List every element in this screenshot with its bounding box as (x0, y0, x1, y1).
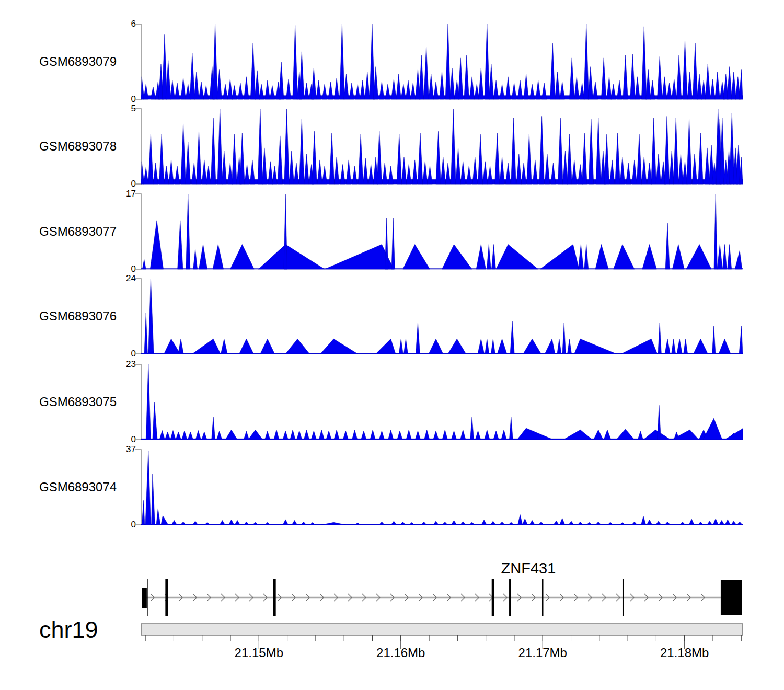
coverage-spike (617, 80, 622, 99)
coverage-spike (222, 151, 227, 184)
coverage-spike (433, 521, 439, 525)
coverage-spike (630, 54, 636, 99)
coverage-spike (665, 522, 670, 525)
coverage-spike (368, 165, 374, 184)
axis-tick-label: 21.17Mb (518, 646, 567, 660)
coverage-spike (396, 74, 401, 99)
coverage-spike (379, 522, 384, 525)
coverage-spike (343, 431, 348, 440)
coverage-spike (472, 157, 478, 184)
coverage-spike (220, 520, 225, 525)
coverage-track-plot (125, 103, 745, 189)
coverage-spike (512, 83, 517, 99)
coverage-spike (490, 521, 495, 525)
coverage-spike (505, 77, 511, 99)
coverage-spike (268, 162, 273, 184)
y-axis-bracket (135, 24, 141, 99)
coverage-spike (735, 250, 742, 269)
coverage-spike (522, 519, 527, 525)
coverage-spike (141, 162, 144, 184)
coverage-spike (595, 245, 608, 269)
coverage-spike (657, 56, 662, 99)
coverage-spike (433, 82, 439, 99)
coverage-spike (401, 157, 407, 184)
coverage-spike (687, 72, 693, 99)
coverage-spike (478, 68, 483, 99)
coverage-spike (240, 133, 245, 184)
coverage-spike (159, 134, 164, 184)
coverage-spike (558, 118, 563, 184)
coverage-spike (326, 431, 331, 440)
coverage-spike (517, 80, 523, 99)
coverage-spike (586, 522, 592, 525)
coverage-spike (707, 521, 712, 525)
coverage-spike (509, 522, 514, 525)
coverage-spike (195, 430, 201, 440)
chromosome-bar (141, 624, 743, 635)
coverage-spike (641, 27, 647, 99)
coverage-spike (152, 474, 155, 525)
coverage-spike (469, 522, 475, 525)
coverage-spike (594, 430, 603, 440)
coverage-spike (460, 162, 466, 184)
track-label: GSM6893078 (39, 139, 117, 154)
coverage-spike (500, 157, 505, 184)
coverage-spike (601, 58, 606, 99)
coverage-spike (178, 339, 183, 354)
coverage-spike (567, 134, 572, 184)
coverage-spike (677, 339, 682, 354)
coverage-spike (684, 339, 688, 354)
coverage-spike (278, 136, 283, 184)
coverage-spike (621, 339, 657, 354)
coverage-spike (358, 134, 363, 184)
coverage-spike (493, 80, 499, 99)
coverage-spike (615, 133, 620, 184)
coverage-spike (588, 67, 593, 99)
coverage-spike (385, 218, 388, 269)
coverage-spike (505, 163, 511, 184)
coverage-spike (442, 245, 472, 269)
y-axis-bracket (135, 450, 141, 525)
coverage-spike (521, 163, 526, 184)
track-label: GSM6893075 (39, 395, 117, 409)
coverage-spike (258, 245, 325, 269)
coverage-spike (312, 68, 317, 99)
coverage-spike (584, 24, 589, 99)
coverage-spike (379, 431, 384, 440)
coverage-spike (228, 520, 234, 525)
coverage-spike (593, 82, 598, 99)
coverage-spike (230, 245, 254, 269)
coverage-spike (202, 160, 207, 184)
coverage-spike (727, 67, 732, 99)
exon-bar (542, 579, 544, 616)
coverage-spike (274, 430, 279, 440)
coverage-spike (391, 521, 396, 525)
coverage-spike (180, 522, 186, 525)
coverage-spike (739, 326, 743, 354)
coverage-spike (596, 118, 601, 184)
coverage-spike (476, 245, 486, 269)
coverage-spike (667, 83, 672, 99)
coverage-spike (161, 515, 168, 525)
coverage-polygon-group (141, 194, 743, 269)
coverage-spike (449, 68, 455, 99)
coverage-spike (290, 430, 295, 440)
coverage-track-plot (125, 18, 745, 105)
coverage-spike (265, 80, 270, 99)
coverage-spike (616, 429, 635, 440)
coverage-spike (604, 134, 609, 184)
coverage-spike (637, 134, 642, 184)
coverage-spike (355, 84, 361, 99)
coverage-spike (650, 80, 655, 99)
coverage-spike (370, 430, 375, 440)
coverage-spike (143, 167, 148, 184)
coverage-spike (199, 82, 204, 99)
coverage-spike (560, 82, 565, 99)
coverage-spike (223, 84, 228, 99)
coverage-spike (739, 69, 743, 99)
coverage-spike (487, 245, 491, 269)
coverage-spike (567, 339, 571, 354)
coverage-spike (221, 339, 228, 354)
coverage-spike (555, 72, 560, 99)
coverage-spike (322, 84, 327, 99)
